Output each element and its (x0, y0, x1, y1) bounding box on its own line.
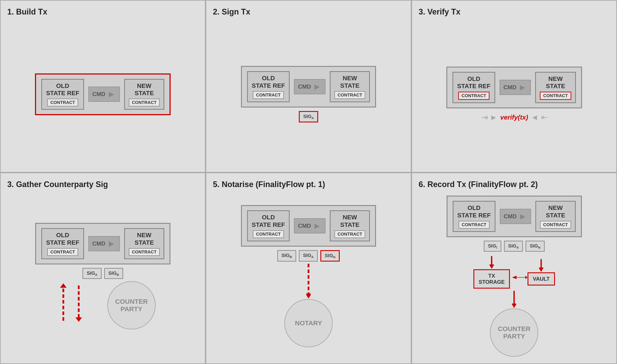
old-state-label-notarise: OLDSTATE REF (252, 214, 285, 228)
tx-wrapper-sign: OLDSTATE REF CONTRACT CMD ► NEWSTATE CON… (213, 66, 404, 122)
old-state-box-gather: OLDSTATE REF CONTRACT (41, 228, 84, 259)
contract-tag-new-gather: CONTRACT (129, 248, 160, 256)
sig-a-box-sign: SIGA (299, 111, 318, 122)
new-state-label-gather: NEWSTATE (135, 232, 154, 246)
arrow-cmd-notarise: ► (313, 221, 321, 231)
old-state-label-record: OLDSTATE REF (457, 204, 491, 219)
svg-marker-8 (512, 276, 527, 279)
contract-tag-new-sign: CONTRACT (334, 91, 365, 99)
arrow-cmd-sign: ► (313, 82, 321, 92)
sig-a-box-gather: SIGA (82, 268, 101, 279)
svg-marker-1 (60, 283, 67, 288)
panel-build-tx: 1. Build Tx OLDSTATE REF CONTRACT CMD ► (0, 0, 206, 172)
contract-tag-old-build: CONTRACT (47, 99, 78, 106)
new-state-label-record: NEWSTATE (546, 204, 565, 219)
cmd-box-sign: CMD ► (294, 79, 326, 94)
new-state-box-sign: NEWSTATE CONTRACT (330, 71, 370, 102)
notarise-arrow-area: NOTARY (284, 264, 333, 347)
panel-content-record-tx: OLDSTATE REF CONTRACT CMD ► NEWSTATE CON… (419, 196, 610, 357)
arrow-verify-right: ► (490, 113, 498, 122)
panel-content-build-tx: OLDSTATE REF CONTRACT CMD ► NEWSTATE CON… (7, 23, 198, 165)
vault-box: VAULT (527, 272, 555, 286)
contract-tag-old-gather: CONTRACT (47, 248, 78, 256)
double-arrow-area (510, 276, 527, 282)
contract-tag-new-record: CONTRACT (540, 221, 571, 229)
cmd-label-verify: CMD (504, 84, 516, 91)
sig-b-box-gather: SIGB (104, 268, 123, 279)
cmd-label-notarise: CMD (298, 222, 311, 229)
counter-party-label-gather: COUNTERPARTY (115, 298, 147, 313)
verify-row: ⇥ ► verify(tx) ◄ ⇤ (481, 113, 547, 122)
old-state-label-verify: OLDSTATE REF (457, 75, 490, 90)
contract-tag-new-verify: CONTRACT (540, 92, 571, 100)
cmd-label-sign: CMD (298, 83, 311, 90)
transaction-box-record: OLDSTATE REF CONTRACT CMD ► NEWSTATE CON… (446, 196, 582, 237)
vault-col: VAULT (527, 259, 555, 286)
notary-label: NOTARY (295, 319, 322, 327)
new-state-box-build: NEWSTATE CONTRACT (124, 79, 164, 110)
transaction-box-notarise: OLDSTATE REF CONTRACT CMD ► NEWSTATE CON… (241, 205, 376, 247)
gather-left-arrow (50, 283, 94, 323)
new-state-label-sign: NEWSTATE (340, 75, 359, 89)
svg-marker-5 (306, 293, 311, 299)
vault-down-arrow (539, 259, 543, 272)
arrow-cmd-gather: ► (107, 239, 116, 249)
contract-tag-old-verify: CONTRACT (458, 92, 489, 100)
tx-wrapper-record: OLDSTATE REF CONTRACT CMD ► NEWSTATE CON… (419, 196, 610, 252)
sig-row-sign: SIGA (299, 111, 318, 122)
panel-record-tx: 6. Record Tx (FinalityFlow pt. 2) OLDSTA… (411, 172, 617, 364)
old-state-box-build: OLDSTATE REF CONTRACT (41, 79, 84, 110)
tx-wrapper-build: OLDSTATE REF CONTRACT CMD ► NEWSTATE CON… (7, 73, 198, 115)
panel-notarise: 5. Notarise (FinalityFlow pt. 1) OLDSTAT… (206, 172, 411, 364)
arrow-cmd-build: ► (107, 89, 116, 99)
arrow-verify-left: ◄ (531, 113, 539, 122)
counter-party-circle-gather: COUNTERPARTY (107, 281, 156, 329)
svg-marker-12 (512, 304, 516, 308)
new-state-box-verify: NEWSTATE CONTRACT (535, 72, 576, 103)
arrow-cmd-record: ► (518, 211, 527, 221)
old-state-box-verify: OLDSTATE REF CONTRACT (453, 72, 495, 103)
panel-title-build-tx: 1. Build Tx (7, 7, 198, 16)
panel-title-gather-sig: 3. Gather Counterparty Sig (7, 180, 198, 189)
sig-row-gather: SIGA SIGB (82, 268, 123, 279)
gather-arrow-area: COUNTERPARTY (7, 283, 198, 329)
tx-wrapper-gather: OLDSTATE REF CONTRACT CMD ► NEWSTATE CON… (7, 223, 198, 279)
cmd-box-verify: CMD ► (499, 80, 531, 95)
panel-content-gather-sig: OLDSTATE REF CONTRACT CMD ► NEWSTATE CON… (7, 196, 198, 357)
old-state-label-sign: OLDSTATE REF (252, 75, 285, 89)
new-state-box-record: NEWSTATE CONTRACT (535, 201, 576, 232)
new-state-box-notarise: NEWSTATE CONTRACT (330, 210, 370, 241)
panel-title-sign-tx: 2. Sign Tx (213, 7, 404, 16)
svg-marker-10 (539, 268, 543, 272)
gather-svg-arrows (50, 283, 94, 323)
old-state-label-gather: OLDSTATE REF (46, 232, 79, 246)
sig-a-box-notarise: SIGA (299, 250, 318, 261)
contract-tag-old-sign: CONTRACT (253, 91, 284, 99)
new-state-label-build: NEWSTATE (135, 82, 154, 97)
tx-storage-box: TXSTORAGE (473, 269, 510, 289)
notary-circle: NOTARY (284, 299, 333, 347)
storage-vault-area: TXSTORAGE VAULT (473, 256, 555, 289)
new-state-label-verify: NEWSTATE (546, 75, 565, 90)
transaction-box-verify: OLDSTATE REF CONTRACT CMD ► NEWSTATE CON… (446, 67, 582, 108)
sig-b-box-notarise: SIGB (277, 250, 296, 261)
counter-party-label-record: COUNTERPARTY (498, 325, 530, 340)
sig-n-box-notarise: SIGN (320, 250, 340, 261)
dashed-left-icon: ⇥ (481, 113, 487, 122)
new-state-label-notarise: NEWSTATE (340, 214, 359, 228)
panel-title-notarise: 5. Notarise (FinalityFlow pt. 1) (213, 180, 404, 189)
double-arrow-svg (510, 276, 527, 282)
sig-i-box-record: SIGI (484, 241, 501, 252)
contract-tag-new-build: CONTRACT (129, 99, 160, 106)
panel-title-verify-tx: 3. Verify Tx (419, 7, 610, 16)
contract-tag-new-notarise: CONTRACT (334, 230, 365, 238)
cmd-label-build: CMD (92, 91, 105, 98)
contract-tag-old-notarise: CONTRACT (253, 230, 284, 238)
cmd-label-gather: CMD (92, 240, 105, 247)
transaction-box-build: OLDSTATE REF CONTRACT CMD ► NEWSTATE CON… (35, 73, 171, 115)
panel-content-sign-tx: OLDSTATE REF CONTRACT CMD ► NEWSTATE CON… (213, 23, 404, 165)
old-state-box-record: OLDSTATE REF CONTRACT (453, 201, 495, 232)
verify-tx-label: verify(tx) (500, 114, 528, 121)
panel-content-notarise: OLDSTATE REF CONTRACT CMD ► NEWSTATE CON… (213, 196, 404, 357)
storage-col: TXSTORAGE (473, 256, 510, 289)
